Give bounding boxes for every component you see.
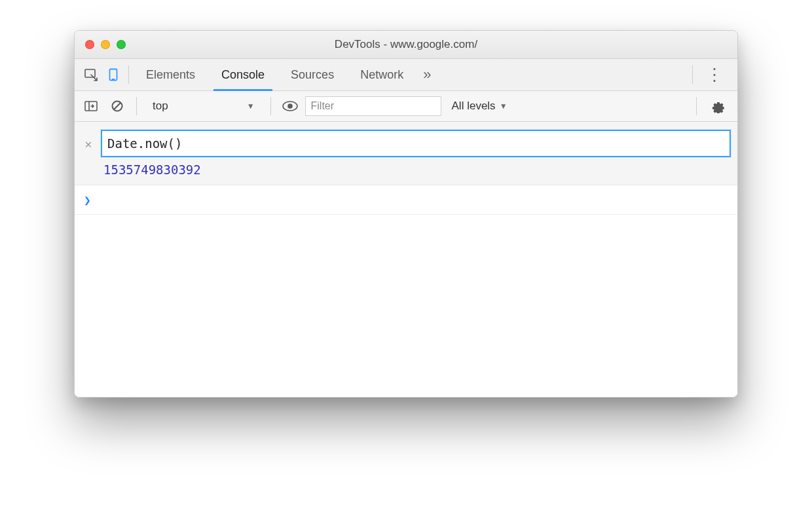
tab-sources[interactable]: Sources [278, 59, 347, 90]
execution-context-selector[interactable]: top ▼ [145, 100, 263, 113]
maximize-window-button[interactable] [117, 40, 126, 49]
console-settings-icon[interactable] [705, 99, 732, 113]
tabs-overflow-button[interactable]: » [416, 66, 437, 83]
svg-point-8 [287, 103, 293, 109]
console-toolbar: top ▼ All levels ▼ [75, 91, 737, 122]
show-console-sidebar-icon[interactable] [80, 95, 102, 117]
tab-network[interactable]: Network [347, 59, 416, 90]
dropdown-icon: ▼ [500, 102, 507, 111]
console-output: ✕ 1535749830392 ❯ [75, 122, 737, 397]
separator [136, 97, 137, 115]
separator [128, 66, 129, 84]
prompt-icon: ❯ [84, 193, 91, 207]
close-icon[interactable]: ✕ [83, 137, 94, 151]
live-expression-result: 1535749830392 [75, 160, 737, 181]
console-prompt-row[interactable]: ❯ [75, 185, 737, 215]
console-input[interactable] [98, 192, 731, 208]
separator [270, 97, 271, 115]
execution-context-label: top [153, 100, 168, 113]
live-expression-input[interactable] [101, 130, 731, 157]
tab-elements[interactable]: Elements [133, 59, 208, 90]
window-controls [85, 40, 126, 49]
separator [696, 97, 697, 115]
devtools-window: DevTools - www.google.com/ Elements Cons… [74, 30, 738, 398]
panel-tabs: Elements Console Sources Network » ⋮ [75, 59, 737, 91]
device-toggle-icon[interactable] [102, 64, 124, 86]
svg-rect-1 [110, 69, 117, 81]
dropdown-icon: ▼ [247, 102, 255, 111]
log-levels-label: All levels [452, 100, 496, 113]
clear-console-icon[interactable] [106, 95, 128, 117]
filter-input[interactable] [305, 96, 441, 116]
svg-line-6 [114, 103, 120, 109]
inspect-icon[interactable] [80, 64, 102, 86]
live-expression-icon[interactable] [279, 95, 301, 117]
tab-console[interactable]: Console [208, 59, 278, 90]
log-levels-selector[interactable]: All levels ▼ [445, 100, 514, 113]
separator [692, 66, 693, 84]
titlebar: DevTools - www.google.com/ [75, 31, 737, 59]
svg-rect-0 [85, 69, 95, 77]
live-expression-entry: ✕ 1535749830392 [75, 122, 737, 185]
window-title: DevTools - www.google.com/ [75, 38, 737, 51]
more-options-button[interactable]: ⋮ [697, 65, 732, 85]
close-window-button[interactable] [85, 40, 94, 49]
minimize-window-button[interactable] [101, 40, 110, 49]
